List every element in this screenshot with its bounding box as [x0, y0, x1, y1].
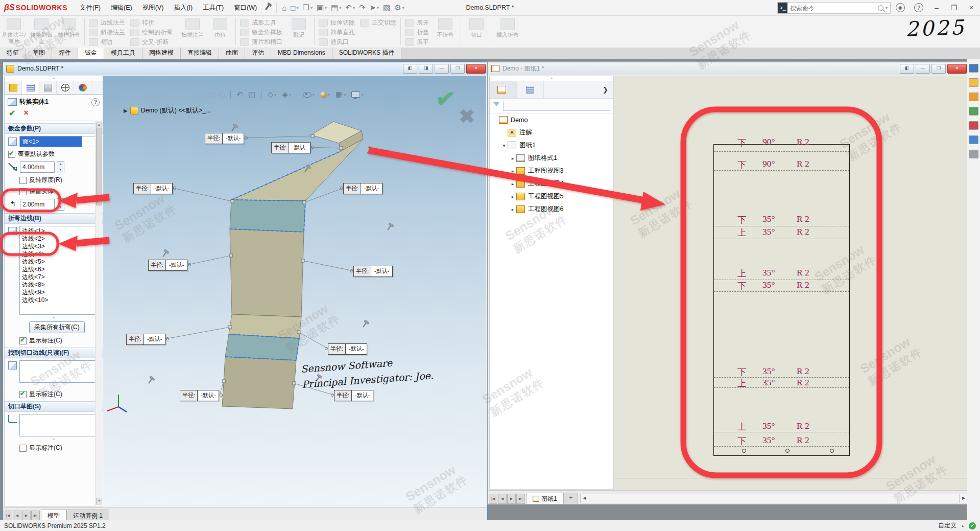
drawing-window-titlebar[interactable]: Demo - 图纸1 * ◧ — ❐ × [488, 62, 968, 75]
show-callouts-checkbox[interactable] [19, 337, 27, 344]
panel-grip[interactable]: ● [490, 76, 613, 81]
print-icon[interactable]: ▤▾ [329, 1, 343, 14]
model-tab-模型[interactable]: 模型 [41, 510, 66, 521]
file-explorer-icon[interactable] [969, 107, 978, 116]
pm-tab-configurations[interactable] [39, 81, 57, 94]
nav-icon[interactable]: ▶| [516, 494, 525, 504]
tab-模具工具[interactable]: 模具工具 [104, 48, 142, 59]
list-resize-handle[interactable]: ● [5, 383, 103, 388]
ribbon-button-转折[interactable]: 转折 [130, 18, 173, 28]
confirm-ok-mark[interactable]: ✔ [435, 84, 457, 113]
ribbon-button-薄片和槽口[interactable]: 薄片和槽口 [240, 37, 282, 47]
tree-expand-icon[interactable]: ▸ [509, 194, 516, 199]
ribbon-button-折叠[interactable]: 折叠 [405, 28, 429, 37]
ribbon-button-拉伸切除[interactable]: 拉伸切除 [319, 18, 355, 28]
edge-list-item[interactable]: 边线<3> [22, 243, 97, 250]
nav-icon[interactable]: ▶ [22, 511, 31, 521]
search-dropdown-icon[interactable]: ▾ [886, 6, 888, 10]
view-orientation-icon[interactable]: ◇▾ [268, 90, 277, 99]
pin-menu-icon[interactable] [262, 0, 273, 15]
ribbon-button-戳记[interactable]: 戳记 [285, 15, 313, 48]
keep-body-checkbox[interactable] [19, 188, 27, 195]
bend-edges-list[interactable]: 边线<1>边线<2>边线<3>边线<4>边线<5>边线<6>边线<7>边线<8>… [19, 226, 99, 315]
panel-grip[interactable]: ● [5, 76, 103, 81]
appearances-icon[interactable] [969, 121, 978, 130]
child-minimize-button[interactable]: — [916, 64, 930, 74]
tab-焊件[interactable]: 焊件 [52, 48, 78, 59]
dropdown-icon[interactable]: ▾ [402, 6, 404, 10]
rebuild-icon[interactable]: ▧ [381, 1, 392, 14]
radius-callout[interactable]: 半径:-默认- [328, 343, 367, 355]
tree-expand-icon[interactable]: ▸ [509, 169, 516, 174]
previous-view-icon[interactable]: ↶ [236, 90, 243, 99]
section-sheet-metal-params[interactable]: 钣金参数(P)∧ [5, 123, 103, 134]
display-style-icon[interactable]: ◈▾ [282, 90, 291, 99]
dropdown-icon[interactable]: ▾ [344, 93, 346, 97]
zoom-area-icon[interactable] [219, 92, 225, 98]
dropdown-icon[interactable]: ▾ [328, 93, 330, 97]
radius-callout[interactable]: 半径:-默认- [343, 183, 383, 194]
ribbon-button-基体法兰/薄片[interactable]: 基体法兰/薄片 [0, 15, 28, 48]
ribbon-button-绘制的折弯[interactable]: 绘制的折弯 [130, 28, 173, 37]
collect-all-bends-button[interactable]: 采集所有折弯(C) [29, 321, 85, 333]
show-callouts-checkbox-2[interactable] [19, 391, 27, 398]
radius-callout[interactable]: 半径:-默认- [148, 260, 187, 271]
ribbon-button-边角[interactable]: 边角 [206, 15, 234, 48]
list-resize-handle[interactable]: ● [5, 437, 103, 442]
ribbon-button-插入折弯[interactable]: 插入折弯 [494, 15, 521, 48]
dropdown-icon[interactable]: ▾ [361, 93, 363, 97]
redo-icon[interactable]: ↷ [357, 1, 368, 14]
tree-item-Demo[interactable]: Demo [490, 113, 613, 126]
ribbon-button-正交切除[interactable]: 正交切除 [360, 18, 396, 28]
dropdown-icon[interactable]: ▾ [296, 6, 298, 10]
tab-曲面[interactable]: 曲面 [219, 48, 245, 59]
callout-value[interactable]: -默认- [166, 260, 187, 270]
confirm-cancel-mark[interactable]: ✖ [459, 105, 475, 128]
radius-callout[interactable]: 半径:-默认- [133, 183, 173, 194]
nav-icon[interactable]: ▶ [507, 494, 516, 504]
design-library-icon[interactable] [969, 93, 978, 101]
edge-list-item[interactable]: 边线<5> [22, 258, 97, 266]
nav-icon[interactable]: |◀ [489, 494, 497, 504]
ribbon-button-展开[interactable]: 展开 [405, 18, 429, 28]
ribbon-button-扫描法兰[interactable]: 扫描法兰 [179, 15, 206, 48]
face-selection-box[interactable]: 面<1> [19, 136, 99, 147]
part-window-titlebar[interactable]: Demo.SLDPRT * ◧ ◨ — ❐ × [3, 62, 487, 75]
ok-button[interactable]: ✔ [9, 108, 15, 118]
dropdown-icon[interactable]: ▾ [274, 93, 276, 97]
ribbon-button-钣金角撑板[interactable]: 钣金角撑板 [240, 28, 282, 37]
dropdown-icon[interactable]: ▾ [339, 6, 341, 10]
tab-钣金[interactable]: 钣金 [78, 48, 104, 59]
edge-list-item[interactable]: 边线<6> [22, 266, 97, 273]
radius-callout[interactable]: 半径:-默认- [334, 390, 373, 401]
ribbon-button-斜接法兰[interactable]: 斜接法兰 [89, 28, 125, 37]
ribbon-button-边线法兰[interactable]: 边线法兰 [89, 18, 125, 28]
edge-list-item[interactable]: 边线<7> [22, 273, 97, 281]
restore-button[interactable]: ❐ [945, 0, 963, 15]
expand-panel-icon[interactable]: ❯ [597, 81, 613, 98]
customize-label[interactable]: 自定义 [938, 521, 957, 530]
horizontal-scrollbar[interactable]: ◀ ▶ [580, 494, 968, 503]
search-input[interactable] [787, 5, 878, 12]
search-icon[interactable] [878, 5, 883, 11]
tree-item-图纸1[interactable]: ▾图纸1 [490, 139, 613, 152]
menu-item-0[interactable]: 文件(F) [75, 0, 106, 15]
override-defaults-checkbox[interactable] [8, 151, 15, 158]
selected-face[interactable]: 面<1> [20, 136, 82, 147]
section-rip-edges[interactable]: 找到切口边线(只读)(F)∧ [5, 348, 103, 358]
menu-item-1[interactable]: 编辑(E) [106, 0, 137, 15]
tab-草图[interactable]: 草图 [26, 48, 52, 59]
ribbon-button-展平[interactable]: 展平 [405, 37, 429, 47]
dropdown-icon[interactable]: ▾ [310, 6, 313, 10]
child-close-button[interactable]: × [466, 64, 486, 74]
hide-show-icon[interactable]: ▾ [303, 92, 315, 98]
model-tab-运动算例 1[interactable]: 运动算例 1 [66, 510, 109, 521]
section-view-icon[interactable]: ◫ [249, 90, 256, 99]
home-icon[interactable] [969, 64, 978, 73]
callout-value[interactable]: -默认- [223, 133, 244, 144]
tab-feature-tree[interactable] [490, 81, 517, 98]
edge-list-item[interactable]: 边线<8> [22, 281, 97, 289]
zoom-fit-icon[interactable] [208, 92, 213, 98]
thickness-field[interactable]: 4.00mm [20, 161, 55, 173]
scroll-thumb[interactable] [96, 128, 102, 205]
